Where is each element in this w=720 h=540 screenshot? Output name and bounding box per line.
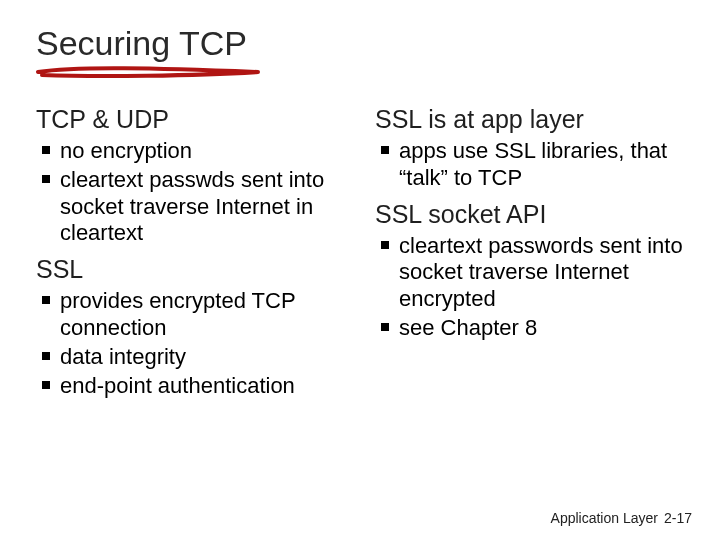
bullet-list: apps use SSL libraries, that “talk” to T… <box>375 138 684 192</box>
footer-label: Application Layer <box>551 510 658 526</box>
list-item: cleartext passwords sent into socket tra… <box>381 233 684 313</box>
page-title: Securing TCP <box>36 24 684 63</box>
section-head-ssl: SSL <box>36 255 345 284</box>
bullet-list: no encryption cleartext passwds sent int… <box>36 138 345 247</box>
content-columns: TCP & UDP no encryption cleartext passwd… <box>36 105 684 408</box>
footer-page-number: 2-17 <box>664 510 692 526</box>
list-item: apps use SSL libraries, that “talk” to T… <box>381 138 684 192</box>
footer: Application Layer 2-17 <box>551 510 692 526</box>
bullet-list: provides encrypted TCP connection data i… <box>36 288 345 399</box>
list-item: cleartext passwds sent into socket trave… <box>42 167 345 247</box>
list-item: no encryption <box>42 138 345 165</box>
list-item: see Chapter 8 <box>381 315 684 342</box>
left-column: TCP & UDP no encryption cleartext passwd… <box>36 105 345 408</box>
title-underline <box>36 65 266 79</box>
list-item: end-point authentication <box>42 373 345 400</box>
bullet-list: cleartext passwords sent into socket tra… <box>375 233 684 342</box>
section-head-ssl-socket-api: SSL socket API <box>375 200 684 229</box>
list-item: provides encrypted TCP connection <box>42 288 345 342</box>
right-column: SSL is at app layer apps use SSL librari… <box>375 105 684 408</box>
section-head-tcp-udp: TCP & UDP <box>36 105 345 134</box>
slide: Securing TCP TCP & UDP no encryption cle… <box>0 0 720 540</box>
list-item: data integrity <box>42 344 345 371</box>
section-head-ssl-app-layer: SSL is at app layer <box>375 105 684 134</box>
